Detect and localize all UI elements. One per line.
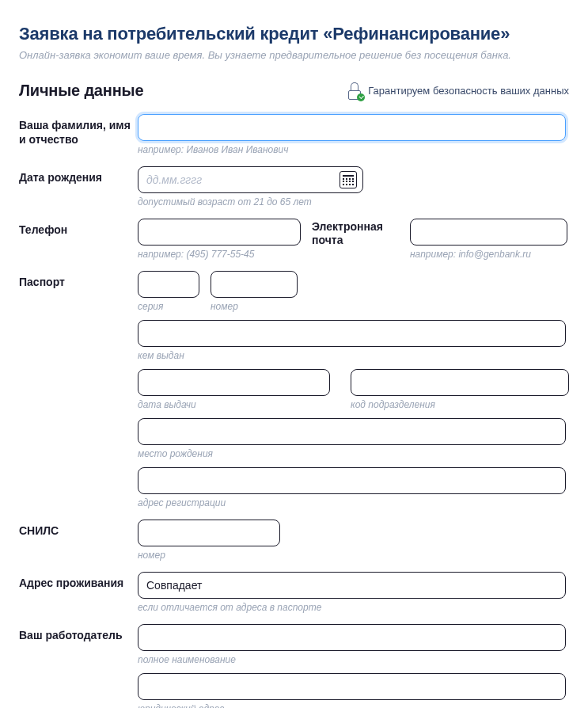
label-employer: Ваш работодатель bbox=[19, 624, 138, 643]
hint-passport-issue-date: дата выдачи bbox=[138, 399, 330, 410]
section-title: Личные данные bbox=[19, 82, 143, 100]
row-phone-email: Телефон например: (495) 777-55-45 Электр… bbox=[19, 219, 569, 260]
passport-issued-by-input[interactable] bbox=[138, 320, 566, 347]
hint-employer-name: полное наименование bbox=[138, 654, 569, 665]
label-passport: Паспорт bbox=[19, 271, 138, 290]
hint-passport-issued-by: кем выдан bbox=[138, 350, 569, 361]
hint-employer-address: юридический адрес bbox=[138, 703, 569, 708]
label-phone: Телефон bbox=[19, 219, 138, 238]
label-birthdate: Дата рождения bbox=[19, 166, 138, 185]
passport-birthplace-input[interactable] bbox=[138, 418, 566, 445]
passport-series-input[interactable] bbox=[138, 271, 199, 298]
hint-passport-reg-address: адрес регистрации bbox=[138, 497, 569, 508]
row-birthdate: Дата рождения допустимый возраст от 21 д… bbox=[19, 166, 569, 207]
hint-residence: если отличается от адреса в паспорте bbox=[138, 602, 569, 613]
employer-address-input[interactable] bbox=[138, 673, 566, 700]
hint-passport-dept-code: код подразделения bbox=[351, 399, 569, 410]
birthdate-input[interactable] bbox=[138, 166, 363, 193]
hint-passport-birthplace: место рождения bbox=[138, 448, 569, 459]
row-snils: СНИЛС номер bbox=[19, 520, 569, 561]
page-subtitle: Онлайн-заявка экономит ваше время. Вы уз… bbox=[19, 49, 569, 61]
hint-phone: например: (495) 777-55-45 bbox=[138, 249, 301, 260]
label-email: Электронная почта bbox=[312, 219, 399, 247]
row-fullname: Ваша фамилия, имя и отчество например: И… bbox=[19, 114, 569, 155]
hint-passport-number: номер bbox=[211, 301, 298, 312]
label-residence: Адрес проживания bbox=[19, 572, 138, 591]
residence-input[interactable] bbox=[138, 572, 566, 599]
passport-issue-date-input[interactable] bbox=[138, 369, 330, 396]
passport-dept-code-input[interactable] bbox=[351, 369, 569, 396]
phone-input[interactable] bbox=[138, 219, 301, 246]
label-snils: СНИЛС bbox=[19, 520, 138, 539]
security-note: Гарантируем безопасность ваших данных bbox=[347, 82, 569, 100]
security-note-text: Гарантируем безопасность ваших данных bbox=[368, 85, 569, 97]
snils-input[interactable] bbox=[138, 520, 280, 546]
lock-icon bbox=[347, 82, 362, 100]
hint-passport-series: серия bbox=[138, 301, 199, 312]
passport-number-input[interactable] bbox=[211, 271, 298, 298]
calendar-icon[interactable] bbox=[340, 171, 357, 188]
fullname-input[interactable] bbox=[138, 114, 566, 141]
row-employer: Ваш работодатель полное наименование юри… bbox=[19, 624, 569, 708]
page-title: Заявка на потребительский кредит «Рефина… bbox=[19, 24, 569, 44]
hint-snils: номер bbox=[138, 550, 569, 561]
passport-reg-address-input[interactable] bbox=[138, 467, 566, 494]
hint-birthdate: допустимый возраст от 21 до 65 лет bbox=[138, 196, 569, 207]
section-header: Личные данные Гарантируем безопасность в… bbox=[19, 82, 569, 100]
row-passport: Паспорт серия номер кем выдан дата выдач… bbox=[19, 271, 569, 508]
employer-name-input[interactable] bbox=[138, 624, 566, 651]
row-residence: Адрес проживания если отличается от адре… bbox=[19, 572, 569, 613]
hint-email: например: info@genbank.ru bbox=[410, 249, 567, 260]
hint-fullname: например: Иванов Иван Иванович bbox=[138, 144, 569, 155]
label-fullname: Ваша фамилия, имя и отчество bbox=[19, 114, 138, 147]
email-input[interactable] bbox=[410, 219, 567, 246]
